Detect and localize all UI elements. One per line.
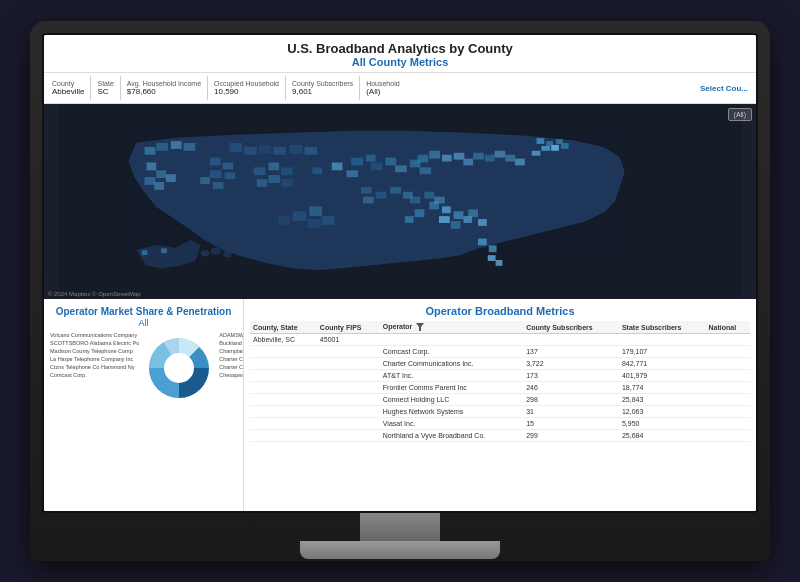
col-national: National [706, 321, 750, 334]
svg-rect-79 [259, 145, 272, 154]
market-content: Volcano Communications Company SCOTTSBOR… [50, 332, 237, 404]
filter-icon[interactable] [416, 323, 424, 331]
svg-rect-25 [468, 209, 478, 217]
table-county-info-row: Abbeville, SC 45001 [250, 334, 750, 346]
select-county-button[interactable]: Select Cou... [700, 84, 748, 93]
svg-rect-56 [442, 155, 452, 162]
metric-subscribers-value: 9,601 [292, 87, 353, 96]
svg-rect-48 [281, 179, 293, 187]
row-state-subs: 18,774 [619, 382, 706, 394]
metric-household-value: 10,590 [214, 87, 279, 96]
svg-rect-51 [210, 170, 222, 178]
svg-rect-83 [142, 250, 148, 255]
us-map-svg [44, 104, 756, 299]
row-operator: Connect Holding LLC [380, 394, 523, 406]
metric-filter-value: (All) [366, 87, 399, 96]
market-label-5: Ctzns Telephone Co Hammond Ny [50, 364, 139, 370]
svg-rect-76 [434, 197, 445, 204]
svg-rect-66 [489, 245, 497, 252]
metrics-bar: County Abbeville State SC Avg. Household… [44, 73, 756, 104]
svg-point-86 [211, 248, 221, 254]
svg-rect-32 [322, 216, 335, 225]
metric-subscribers-header: County Subscribers [292, 80, 353, 87]
row-state-subs: 12,063 [619, 406, 706, 418]
table-row: Connect Holding LLC 298 25,843 [250, 394, 750, 406]
table-row: AT&T Inc. 173 401,979 [250, 370, 750, 382]
svg-rect-58 [454, 153, 465, 160]
row-county-subs: 298 [523, 394, 619, 406]
svg-rect-54 [213, 182, 224, 189]
broadband-title: Operator Broadband Metrics [250, 305, 750, 317]
svg-rect-33 [278, 216, 290, 225]
table-row: Comcast Corp. 137 179,107 [250, 346, 750, 358]
svg-rect-34 [147, 163, 157, 171]
svg-rect-35 [156, 170, 166, 178]
svg-rect-41 [171, 141, 182, 149]
svg-rect-61 [485, 155, 495, 162]
row-county-subs: 246 [523, 382, 619, 394]
svg-marker-90 [416, 323, 424, 331]
metric-household2: Household (All) [366, 80, 399, 96]
svg-rect-18 [420, 167, 432, 174]
metric-state-value: SC [97, 87, 113, 96]
svg-rect-84 [161, 248, 167, 253]
market-label-r2: Buckland Telephone Co Commun [219, 340, 244, 346]
svg-rect-27 [415, 209, 425, 217]
dashboard-header: U.S. Broadband Analytics by County All C… [44, 35, 756, 73]
svg-rect-57 [418, 155, 429, 163]
row-county-subs: 15 [523, 418, 619, 430]
row-state-subs: 25,684 [619, 430, 706, 442]
svg-rect-37 [154, 182, 164, 190]
svg-rect-23 [451, 221, 461, 229]
market-share-panel: Operator Market Share & Penetration All … [44, 299, 244, 511]
svg-rect-28 [405, 216, 414, 223]
svg-rect-20 [442, 206, 451, 213]
svg-rect-53 [200, 177, 210, 184]
market-label-2: SCOTTSBORO Alabama Electric Po [50, 340, 139, 346]
metric-income-header: Avg. Household Income [127, 80, 201, 87]
svg-rect-43 [254, 167, 266, 175]
county-info-empty2 [523, 334, 619, 346]
monitor-neck [360, 513, 440, 541]
svg-rect-77 [229, 143, 242, 152]
svg-rect-59 [463, 159, 473, 166]
map-filter-box[interactable]: (All) [728, 108, 752, 121]
svg-rect-46 [268, 175, 280, 183]
svg-rect-67 [488, 255, 496, 261]
metric-subscribers: County Subscribers 9,601 [292, 80, 353, 96]
map-area: © 2024 Mapbox © OpenStreetMap (All) [44, 104, 756, 299]
svg-rect-75 [424, 192, 434, 199]
table-row: Viasat Inc. 15 5,950 [250, 418, 750, 430]
table-row: Hughes Network Systems 31 12,063 [250, 406, 750, 418]
market-label-3: Madison County Telephone Comp [50, 348, 139, 354]
row-county-subs: 31 [523, 406, 619, 418]
row-county-subs: 137 [523, 346, 619, 358]
svg-rect-52 [225, 172, 236, 179]
county-info-location: Abbeville, SC [250, 334, 317, 346]
svg-rect-21 [454, 211, 464, 219]
svg-rect-15 [312, 167, 322, 174]
svg-rect-22 [439, 216, 450, 223]
row-operator: AT&T Inc. [380, 370, 523, 382]
svg-rect-9 [351, 158, 363, 166]
market-share-subtitle: All [50, 318, 237, 328]
svg-rect-62 [495, 151, 506, 158]
metric-county-header: County [52, 80, 84, 87]
row-state-subs: 179,107 [619, 346, 706, 358]
dashboard-title: U.S. Broadband Analytics by County [44, 41, 756, 56]
svg-rect-69 [390, 187, 401, 194]
svg-rect-80 [273, 147, 286, 155]
bottom-panels: Operator Market Share & Penetration All … [44, 299, 756, 511]
svg-rect-45 [281, 167, 293, 175]
row-state-subs: 25,843 [619, 394, 706, 406]
metric-county-value: Abbeville [52, 87, 84, 96]
svg-rect-39 [145, 147, 156, 155]
row-state-subs: 842,771 [619, 358, 706, 370]
monitor-stand [42, 513, 758, 565]
metric-divider-5 [359, 76, 360, 100]
svg-rect-42 [184, 143, 196, 151]
col-county-subs: County Subscribers [523, 321, 619, 334]
col-operator: Operator [380, 321, 523, 334]
svg-rect-30 [309, 206, 322, 216]
row-county-subs: 299 [523, 430, 619, 442]
